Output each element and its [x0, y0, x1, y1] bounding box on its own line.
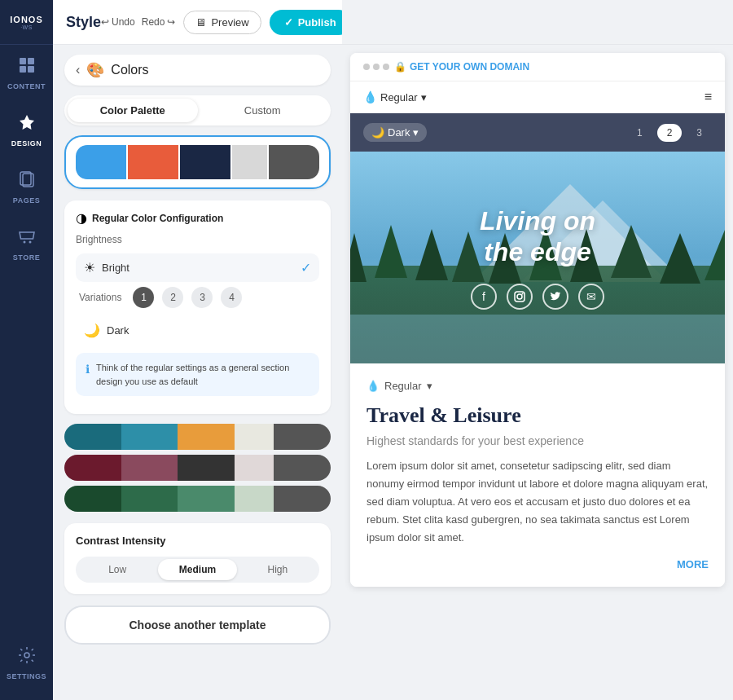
palette-option-teal[interactable] [64, 424, 331, 450]
grid-icon [18, 56, 36, 78]
sidebar-nav: IONOS ·WS CONTENT DESIGN PAG [0, 0, 53, 700]
palette-option-wine[interactable] [64, 455, 331, 481]
brightness-section: ◑ Regular Color Configuration Brightness… [64, 200, 331, 414]
nav-dropdown[interactable]: 💧 Regular ▾ [363, 90, 427, 103]
info-box: ℹ Think of the regular settings as a gen… [76, 353, 319, 396]
preview-content: 🔒 GET YOUR OWN DOMAIN 💧 Regular ▾ ≡ 🌙 Da… [342, 45, 733, 700]
contrast-title: Contrast Intensity [76, 535, 319, 547]
preview-area: 🔒 GET YOUR OWN DOMAIN 💧 Regular ▾ ≡ 🌙 Da… [342, 0, 733, 700]
hero-section: Living on the edge f [350, 152, 725, 363]
hamburger-icon[interactable]: ≡ [704, 90, 712, 104]
pages-icon [18, 170, 36, 192]
sidebar-item-settings-label: SETTINGS [7, 672, 46, 680]
nav-regular-text: Regular [380, 91, 418, 103]
palette-options [64, 424, 331, 512]
page-tab-3[interactable]: 3 [687, 124, 712, 142]
preview-label: Preview [211, 16, 248, 29]
svg-point-6 [23, 241, 25, 244]
page-tab-2[interactable]: 2 [657, 124, 683, 142]
swatch-1 [76, 145, 126, 179]
logo-ionos: IONOS [10, 15, 42, 24]
sidebar-item-content[interactable]: CONTENT [0, 45, 53, 102]
variations-row: Variations 1 2 3 4 [76, 287, 319, 308]
sidebar-item-design-label: DESIGN [11, 139, 42, 147]
colors-panel: ‹ 🎨 Colors Color Palette Custom ◑ Regula… [53, 45, 342, 700]
tab-color-palette[interactable]: Color Palette [68, 99, 198, 122]
publish-button[interactable]: ✓ Publish [270, 10, 351, 35]
facebook-icon[interactable]: f [471, 284, 497, 310]
domain-link[interactable]: 🔒 GET YOUR OWN DOMAIN [394, 61, 529, 73]
contrast-medium[interactable]: Medium [158, 559, 236, 580]
tab-row: Color Palette Custom [64, 95, 331, 125]
half-circle-icon: ◑ [76, 210, 87, 226]
svg-point-26 [522, 293, 524, 295]
variation-2[interactable]: 2 [162, 287, 183, 308]
twitter-icon[interactable] [542, 284, 568, 310]
swatch-2 [128, 145, 178, 179]
instagram-icon[interactable] [507, 284, 533, 310]
check-icon: ✓ [284, 16, 293, 29]
page-tab-1[interactable]: 1 [627, 124, 652, 142]
dark-dropdown[interactable]: 🌙 Dark ▾ [363, 123, 427, 142]
contrast-low[interactable]: Low [78, 559, 156, 580]
preview-button[interactable]: 🖥 Preview [183, 11, 261, 34]
sidebar-item-design[interactable]: DESIGN [0, 102, 53, 159]
palette-icon: 🎨 [86, 61, 104, 79]
variation-4[interactable]: 4 [221, 287, 242, 308]
sidebar-item-settings[interactable]: SETTINGS [0, 635, 53, 692]
undo-button[interactable]: ↩ Undo [101, 16, 135, 28]
undo-arrow: ↩ [101, 16, 109, 28]
active-palette-strip[interactable] [64, 135, 331, 189]
more-link[interactable]: MORE [366, 558, 709, 570]
domain-bar: 🔒 GET YOUR OWN DOMAIN [350, 53, 725, 81]
sidebar-item-pages[interactable]: PAGES [0, 159, 53, 216]
swatch-3 [180, 145, 230, 179]
dark-nav: 🌙 Dark ▾ 1 2 3 [350, 113, 725, 152]
brightness-label: Brightness [76, 234, 319, 245]
choose-template-button[interactable]: Choose another template [64, 605, 331, 645]
hero-title-line1: Living on [480, 205, 595, 236]
brightness-dark[interactable]: 🌙 Dark [76, 316, 319, 345]
content-section: 💧 Regular ▾ Travel & Leisure Highest sta… [350, 363, 725, 587]
redo-label: Redo [142, 16, 165, 28]
settings-icon [18, 646, 36, 668]
palette-option-forest[interactable] [64, 486, 331, 512]
crescent-icon: 🌙 [371, 126, 384, 139]
email-icon[interactable]: ✉ [578, 284, 604, 310]
water-icon-2: 💧 [366, 380, 380, 392]
tab-custom[interactable]: Custom [198, 99, 328, 122]
variations-label: Variations [79, 292, 121, 303]
hero-social: f ✉ [471, 284, 604, 310]
lock-icon: 🔒 [394, 61, 406, 73]
regular-text-2: Regular [384, 380, 422, 392]
contrast-high[interactable]: High [239, 559, 317, 580]
back-button[interactable]: ‹ [76, 63, 80, 77]
colors-header: ‹ 🎨 Colors [64, 55, 331, 86]
svg-rect-1 [28, 58, 34, 64]
dark-label: Dark [107, 324, 129, 337]
dark-text: Dark [388, 126, 410, 139]
bright-label: Bright [102, 262, 129, 274]
style-panel: Style ↩ Undo Redo ↪ 🖥 Preview ✓ Publish [53, 0, 342, 700]
sidebar-item-store[interactable]: STORE [0, 216, 53, 273]
store-icon [18, 227, 36, 249]
hero-title-line2: the edge [480, 236, 595, 267]
design-icon [18, 113, 36, 135]
page-tabs: 1 2 3 [627, 124, 712, 142]
moon-icon: 🌙 [84, 323, 100, 338]
variation-3[interactable]: 3 [191, 287, 213, 308]
sidebar-item-content-label: CONTENT [7, 82, 46, 90]
svg-rect-3 [28, 66, 34, 73]
redo-button[interactable]: Redo ↪ [142, 16, 176, 28]
preview-frame: 🔒 GET YOUR OWN DOMAIN 💧 Regular ▾ ≡ 🌙 Da… [350, 53, 725, 587]
logo: IONOS ·WS [0, 0, 53, 45]
contrast-section: Contrast Intensity Low Medium High [64, 523, 331, 594]
svg-rect-2 [20, 66, 26, 73]
regular-nav-bar: 💧 Regular ▾ ≡ [350, 81, 725, 113]
brightness-bright[interactable]: ☀ Bright ✓ [76, 253, 319, 282]
hero-title: Living on the edge [480, 205, 595, 268]
info-text: Think of the regular settings as a gener… [96, 361, 309, 388]
variation-1[interactable]: 1 [133, 287, 154, 308]
logo-sub: ·WS [20, 24, 33, 30]
swatch-5 [269, 145, 319, 179]
